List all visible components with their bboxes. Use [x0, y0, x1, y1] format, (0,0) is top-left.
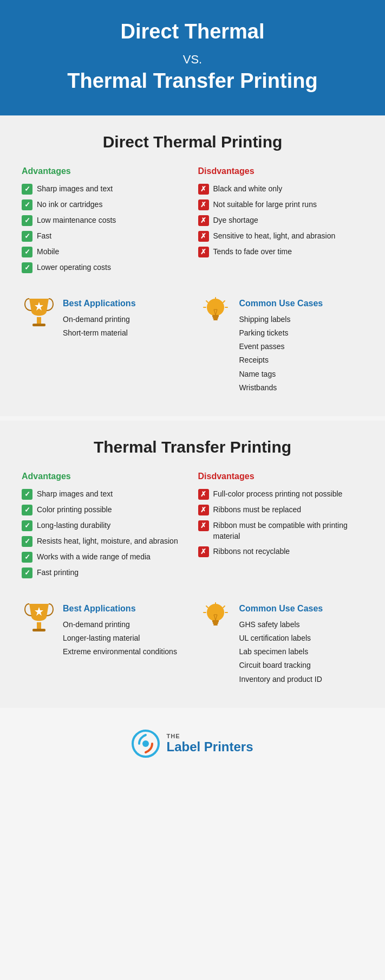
- best-applications-label-2: Best Applications: [63, 604, 177, 614]
- list-item-text: Long-lasting durability: [37, 520, 110, 531]
- list-item-text: Lower operating costs: [37, 262, 111, 273]
- disadvantages-list-1: ✗Black and white only✗Not suitable for l…: [198, 184, 364, 257]
- svg-line-26: [206, 606, 208, 608]
- header-title: Direct Thermal VS. Thermal Transfer Prin…: [22, 20, 363, 94]
- common-use-cases-label-2: Common Use Cases: [239, 604, 323, 614]
- common-use-cases-list-1: Shipping labelsParking ticketsEvent pass…: [239, 313, 323, 395]
- common-use-cases-label-1: Common Use Cases: [239, 299, 323, 308]
- list-item: ✓Sharp images and text: [22, 184, 187, 195]
- check-icon: ✓: [22, 552, 32, 563]
- list-item: ✗Ribbon must be compatible with printing…: [198, 520, 364, 541]
- common-use-cases-col-1: Common Use Cases Shipping labelsParking …: [198, 295, 364, 395]
- trophy-icon-2: [24, 602, 54, 634]
- list-item: ✗Sensitive to heat, light, and abrasion: [198, 231, 364, 242]
- list-item: Lab specimen labels: [239, 645, 323, 659]
- list-item: Shipping labels: [239, 313, 323, 326]
- list-item: ✗Tends to fade over time: [198, 247, 364, 257]
- list-item: Receipts: [239, 353, 323, 367]
- list-item-text: Tends to fade over time: [213, 247, 292, 257]
- common-use-cases-content-1: Common Use Cases Shipping labelsParking …: [239, 295, 323, 395]
- advantages-col-1: Advantages ✓Sharp images and text✓No ink…: [22, 166, 187, 278]
- list-item-text: Sharp images and text: [37, 489, 113, 500]
- advantages-list-1: ✓Sharp images and text✓No ink or cartrid…: [22, 184, 187, 273]
- list-item: Wristbands: [239, 381, 323, 395]
- check-icon: ✓: [22, 520, 32, 531]
- list-item: Parking tickets: [239, 326, 323, 340]
- list-item-text: No ink or cartridges: [37, 199, 102, 210]
- list-item: ✓Resists heat, light, moisture, and abra…: [22, 536, 187, 547]
- list-item: ✗Black and white only: [198, 184, 364, 195]
- svg-rect-16: [32, 629, 45, 631]
- svg-rect-6: [213, 319, 218, 320]
- x-icon: ✗: [198, 231, 209, 242]
- list-item: ✓Fast: [22, 231, 187, 242]
- list-item: Longer-lasting material: [63, 631, 177, 645]
- list-item-text: Works with a wide range of media: [37, 552, 151, 563]
- list-item: Circuit board tracking: [239, 659, 323, 672]
- list-item: On-demand printing: [63, 618, 177, 631]
- list-item-text: Sharp images and text: [37, 184, 113, 195]
- x-icon: ✗: [198, 489, 209, 500]
- svg-point-18: [207, 604, 224, 621]
- check-icon: ✓: [22, 199, 32, 210]
- disadvantages-title-1: Disdvantages: [198, 166, 364, 176]
- list-item-text: Sensitive to heat, light, and abrasion: [213, 231, 336, 242]
- use-cases-icon-row-2: Common Use Cases GHS safety labelsUL cer…: [198, 601, 364, 686]
- list-item-text: Color printing possible: [37, 505, 112, 515]
- list-item-text: Mobile: [37, 247, 59, 257]
- list-item-text: Full-color process printing not possible: [213, 489, 343, 500]
- list-item: On-demand printing: [63, 313, 136, 326]
- check-icon: ✓: [22, 215, 32, 226]
- svg-rect-5: [213, 317, 218, 319]
- list-item-text: Fast: [37, 231, 51, 242]
- section2-title: Thermal Transfer Printing: [22, 438, 363, 456]
- list-item: ✓Fast printing: [22, 568, 187, 578]
- trophy-icon-1: [24, 296, 54, 329]
- svg-line-12: [223, 301, 225, 302]
- list-item: ✗Ribbons must be replaced: [198, 505, 364, 515]
- svg-rect-0: [37, 317, 41, 324]
- bulb-icon-wrapper-1: [198, 295, 233, 329]
- best-applications-content-1: Best Applications On-demand printingShor…: [63, 295, 136, 340]
- common-use-cases-content-2: Common Use Cases GHS safety labelsUL cer…: [239, 601, 323, 686]
- list-item-text: Ribbons not recyclable: [213, 546, 290, 557]
- list-item: UL certification labels: [239, 631, 323, 645]
- list-item: GHS safety labels: [239, 618, 323, 631]
- common-use-cases-list-2: GHS safety labelsUL certification labels…: [239, 618, 323, 686]
- check-icon: ✓: [22, 262, 32, 273]
- use-cases-icon-row-1: Common Use Cases Shipping labelsParking …: [198, 295, 364, 395]
- list-item: ✓Color printing possible: [22, 505, 187, 515]
- check-icon: ✓: [22, 184, 32, 195]
- list-item: ✗Full-color process printing not possibl…: [198, 489, 364, 500]
- trophy-icon-wrapper-1: [22, 295, 56, 329]
- best-applications-list-2: On-demand printingLonger-lasting materia…: [63, 618, 177, 659]
- logo-icon: [132, 730, 160, 758]
- best-applications-col-2: Best Applications On-demand printingLong…: [22, 601, 187, 686]
- best-applications-list-1: On-demand printingShort-term material: [63, 313, 136, 340]
- list-item: Name tags: [239, 368, 323, 381]
- list-item: ✓Low maintenance costs: [22, 215, 187, 226]
- x-icon: ✗: [198, 546, 209, 557]
- check-icon: ✓: [22, 489, 32, 500]
- disadvantages-col-1: Disdvantages ✗Black and white only✗Not s…: [198, 166, 364, 278]
- footer-the-label: The: [166, 733, 180, 739]
- best-applications-label-1: Best Applications: [63, 299, 136, 308]
- advantages-list-2: ✓Sharp images and text✓Color printing po…: [22, 489, 187, 578]
- advantages-title-2: Advantages: [22, 472, 187, 481]
- check-icon: ✓: [22, 505, 32, 515]
- list-item: ✓No ink or cartridges: [22, 199, 187, 210]
- footer: The Label Printers: [0, 712, 385, 777]
- best-applications-col-1: Best Applications On-demand printingShor…: [22, 295, 187, 395]
- check-icon: ✓: [22, 568, 32, 578]
- check-icon: ✓: [22, 536, 32, 547]
- adv-dis-row-2: Advantages ✓Sharp images and text✓Color …: [22, 472, 363, 583]
- disadvantages-title-2: Disdvantages: [198, 472, 364, 481]
- list-item: ✗Not suitable for large print runs: [198, 199, 364, 210]
- check-icon: ✓: [22, 231, 32, 242]
- disadvantages-list-2: ✗Full-color process printing not possibl…: [198, 489, 364, 557]
- list-item: ✓Works with a wide range of media: [22, 552, 187, 563]
- list-item-text: Ribbons must be replaced: [213, 505, 302, 515]
- svg-rect-1: [32, 324, 45, 326]
- list-item-text: Ribbon must be compatible with printing …: [213, 520, 364, 541]
- bulb-icon-wrapper-2: [198, 601, 233, 634]
